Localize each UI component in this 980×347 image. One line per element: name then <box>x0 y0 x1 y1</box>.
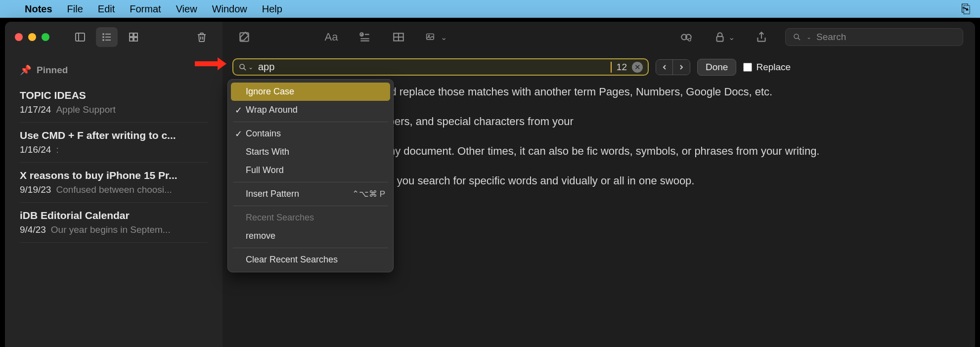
paperclip-icon[interactable]: ⎘ <box>962 1 970 17</box>
find-bar: ⌄ 12 ✕ Ignore Case ✓Wrap Around ✓Contain… <box>223 52 975 82</box>
note-list-item[interactable]: TOPIC IDEAS 1/17/24Apple Support <box>20 83 208 123</box>
dd-full-word[interactable]: Full Word <box>231 161 390 179</box>
replace-label: Replace <box>756 62 791 73</box>
main-pane: Aa ⌄ ⌄ ⌄ Search ⌄ <box>223 22 975 347</box>
checklist-button[interactable] <box>355 27 375 47</box>
pinned-label: Pinned <box>37 65 68 76</box>
sidebar-notes-list: 📌 Pinned TOPIC IDEAS 1/17/24Apple Suppor… <box>5 52 223 250</box>
menu-view[interactable]: View <box>176 3 197 15</box>
find-config-button[interactable]: ⌄ <box>238 63 253 72</box>
svg-line-34 <box>244 68 246 70</box>
svg-rect-12 <box>134 38 137 41</box>
note-title: X reasons to buy iPhone 15 Pr... <box>20 170 208 181</box>
find-next-button[interactable] <box>673 60 690 75</box>
pinned-section-header: 📌 Pinned <box>20 57 208 83</box>
replace-checkbox[interactable] <box>743 63 752 72</box>
svg-point-3 <box>103 34 104 35</box>
dd-ignore-case[interactable]: Ignore Case <box>231 83 390 101</box>
dd-recent-header: Recent Searches <box>231 209 390 227</box>
format-text-button[interactable]: Aa <box>321 27 341 47</box>
note-title: Use CMD + F after writing to c... <box>20 130 208 141</box>
menu-edit[interactable]: Edit <box>98 3 115 15</box>
menubar-app-name[interactable]: Notes <box>25 3 52 15</box>
dd-shortcut: ⌃⌥⌘ P <box>352 189 385 199</box>
notes-window: 📌 Pinned TOPIC IDEAS 1/17/24Apple Suppor… <box>5 22 975 347</box>
link-note-button[interactable] <box>676 27 696 47</box>
svg-rect-11 <box>130 38 133 41</box>
note-list-item[interactable]: iDB Editorial Calendar 9/4/23Our year be… <box>20 203 208 243</box>
note-title: TOPIC IDEAS <box>20 89 208 101</box>
clear-find-button[interactable]: ✕ <box>632 62 643 73</box>
svg-point-5 <box>103 37 104 38</box>
text-caret <box>611 62 612 73</box>
table-button[interactable] <box>389 27 408 47</box>
delete-note-button[interactable] <box>191 27 213 47</box>
toggle-sidebar-button[interactable] <box>69 27 91 47</box>
fullscreen-window-button[interactable] <box>42 33 49 41</box>
new-note-button[interactable] <box>234 27 254 47</box>
sidebar: 📌 Pinned TOPIC IDEAS 1/17/24Apple Suppor… <box>5 22 223 347</box>
dd-wrap-around[interactable]: ✓Wrap Around <box>231 101 390 119</box>
replace-toggle[interactable]: Replace <box>743 62 791 73</box>
note-list-item[interactable]: Use CMD + F after writing to c... 1/16/2… <box>20 123 208 163</box>
find-prev-button[interactable] <box>656 60 673 75</box>
find-match-count: 12 <box>617 62 627 73</box>
find-input-container: ⌄ 12 ✕ Ignore Case ✓Wrap Around ✓Contain… <box>232 58 649 76</box>
note-date: 9/4/23 <box>20 224 46 235</box>
close-window-button[interactable] <box>15 33 23 41</box>
svg-point-31 <box>794 34 799 39</box>
find-input[interactable] <box>258 61 612 73</box>
find-options-dropdown: Ignore Case ✓Wrap Around ✓Contains Start… <box>227 79 394 272</box>
svg-point-33 <box>240 64 244 69</box>
list-view-button[interactable] <box>96 27 118 47</box>
note-date: 1/16/24 <box>20 144 51 155</box>
pin-icon: 📌 <box>20 64 32 76</box>
menu-window[interactable]: Window <box>212 3 247 15</box>
lock-note-button[interactable]: ⌄ <box>710 27 738 47</box>
note-preview: Apple Support <box>56 104 115 115</box>
dd-starts-with[interactable]: Starts With <box>231 143 390 161</box>
svg-rect-1 <box>76 33 85 41</box>
dd-insert-pattern[interactable]: Insert Pattern⌃⌥⌘ P <box>231 185 390 203</box>
notes-search-field[interactable]: ⌄ Search <box>785 28 963 46</box>
svg-rect-9 <box>130 33 133 37</box>
main-toolbar: Aa ⌄ ⌄ ⌄ Search <box>223 22 975 52</box>
note-preview: Our year begins in Septem... <box>51 224 171 235</box>
share-button[interactable] <box>752 27 771 47</box>
dd-contains[interactable]: ✓Contains <box>231 125 390 143</box>
note-date: 1/17/24 <box>20 104 51 115</box>
sidebar-toolbar <box>5 22 223 52</box>
search-icon <box>793 33 802 42</box>
menubar: Notes File Edit Format View Window Help … <box>0 0 980 18</box>
note-preview: : <box>56 144 58 155</box>
note-title: iDB Editorial Calendar <box>20 210 208 221</box>
note-list-item[interactable]: X reasons to buy iPhone 15 Pr... 9/19/23… <box>20 163 208 203</box>
menu-format[interactable]: Format <box>130 3 161 15</box>
dd-clear-recent[interactable]: Clear Recent Searches <box>231 251 390 269</box>
gallery-view-button[interactable] <box>123 27 144 47</box>
search-placeholder: Search <box>816 32 846 43</box>
svg-point-7 <box>103 40 104 41</box>
media-button[interactable]: ⌄ <box>422 27 450 47</box>
annotation-arrow-icon <box>194 55 227 72</box>
svg-rect-30 <box>716 37 723 42</box>
window-controls <box>15 33 49 41</box>
menu-file[interactable]: File <box>67 3 83 15</box>
menu-help[interactable]: Help <box>262 3 282 15</box>
dd-recent-item[interactable]: remove <box>231 227 390 245</box>
note-date: 9/19/23 <box>20 184 51 195</box>
note-preview: Confused between choosi... <box>56 184 172 195</box>
find-nav-segment <box>656 59 690 75</box>
find-done-button[interactable]: Done <box>697 59 736 76</box>
svg-rect-10 <box>134 33 137 37</box>
svg-line-32 <box>798 38 800 40</box>
minimize-window-button[interactable] <box>28 33 36 41</box>
